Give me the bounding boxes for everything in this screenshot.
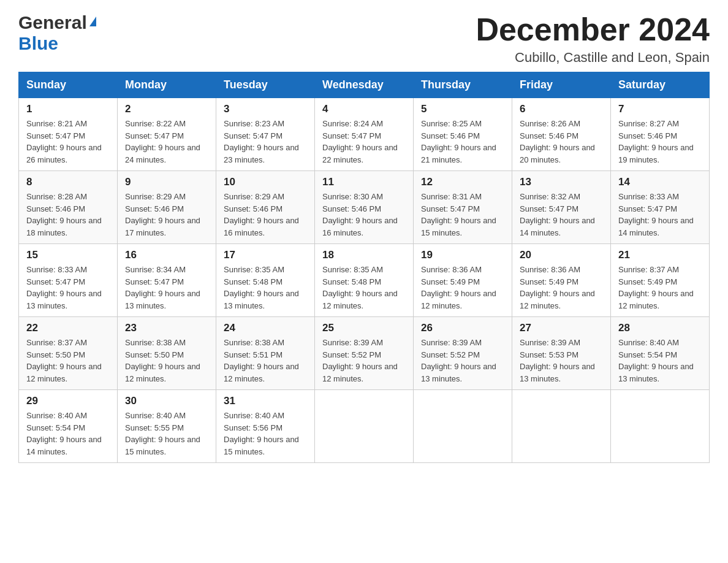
calendar-cell — [315, 390, 414, 463]
day-info: Sunrise: 8:37 AMSunset: 5:49 PMDaylight:… — [618, 264, 702, 312]
day-info: Sunrise: 8:40 AMSunset: 5:54 PMDaylight:… — [618, 337, 702, 385]
day-info: Sunrise: 8:27 AMSunset: 5:46 PMDaylight:… — [618, 118, 702, 166]
day-info: Sunrise: 8:40 AMSunset: 5:55 PMDaylight:… — [125, 410, 208, 458]
day-number: 20 — [520, 249, 603, 261]
calendar-cell: 30Sunrise: 8:40 AMSunset: 5:55 PMDayligh… — [118, 390, 216, 463]
day-number: 22 — [26, 322, 110, 334]
day-info: Sunrise: 8:35 AMSunset: 5:48 PMDaylight:… — [224, 264, 307, 312]
calendar-cell: 24Sunrise: 8:38 AMSunset: 5:51 PMDayligh… — [216, 317, 315, 390]
day-info: Sunrise: 8:30 AMSunset: 5:46 PMDaylight:… — [322, 191, 406, 239]
calendar-header-saturday: Saturday — [611, 72, 710, 98]
day-number: 18 — [322, 249, 406, 261]
calendar-cell: 16Sunrise: 8:34 AMSunset: 5:47 PMDayligh… — [118, 244, 216, 317]
calendar-header-sunday: Sunday — [19, 72, 118, 98]
day-number: 9 — [125, 176, 208, 188]
title-block: December 2024 Cubillo, Castille and Leon… — [476, 12, 710, 66]
day-number: 5 — [421, 103, 504, 115]
day-info: Sunrise: 8:24 AMSunset: 5:47 PMDaylight:… — [322, 118, 406, 166]
calendar-header-tuesday: Tuesday — [216, 72, 315, 98]
day-number: 28 — [618, 322, 702, 334]
logo-general-text: General — [18, 12, 87, 33]
calendar-cell — [414, 390, 512, 463]
calendar-cell: 28Sunrise: 8:40 AMSunset: 5:54 PMDayligh… — [611, 317, 710, 390]
day-number: 27 — [520, 322, 603, 334]
header: General Blue December 2024 Cubillo, Cast… — [18, 12, 710, 66]
day-info: Sunrise: 8:39 AMSunset: 5:52 PMDaylight:… — [421, 337, 504, 385]
day-info: Sunrise: 8:35 AMSunset: 5:48 PMDaylight:… — [322, 264, 406, 312]
calendar-cell: 25Sunrise: 8:39 AMSunset: 5:52 PMDayligh… — [315, 317, 414, 390]
logo-blue-text: Blue — [18, 33, 58, 53]
day-number: 23 — [125, 322, 208, 334]
calendar-cell: 31Sunrise: 8:40 AMSunset: 5:56 PMDayligh… — [216, 390, 315, 463]
calendar-cell: 3Sunrise: 8:23 AMSunset: 5:47 PMDaylight… — [216, 98, 315, 171]
day-number: 14 — [618, 176, 702, 188]
day-info: Sunrise: 8:40 AMSunset: 5:56 PMDaylight:… — [224, 410, 307, 458]
calendar-cell: 19Sunrise: 8:36 AMSunset: 5:49 PMDayligh… — [414, 244, 512, 317]
day-number: 3 — [224, 103, 307, 115]
day-number: 15 — [26, 249, 110, 261]
calendar-cell — [512, 390, 611, 463]
calendar-cell: 11Sunrise: 8:30 AMSunset: 5:46 PMDayligh… — [315, 171, 414, 244]
day-info: Sunrise: 8:29 AMSunset: 5:46 PMDaylight:… — [125, 191, 208, 239]
calendar-cell — [611, 390, 710, 463]
day-info: Sunrise: 8:36 AMSunset: 5:49 PMDaylight:… — [421, 264, 504, 312]
calendar-cell: 9Sunrise: 8:29 AMSunset: 5:46 PMDaylight… — [118, 171, 216, 244]
day-info: Sunrise: 8:21 AMSunset: 5:47 PMDaylight:… — [26, 118, 110, 166]
day-info: Sunrise: 8:26 AMSunset: 5:46 PMDaylight:… — [520, 118, 603, 166]
day-number: 4 — [322, 103, 406, 115]
calendar-header-wednesday: Wednesday — [315, 72, 414, 98]
day-number: 21 — [618, 249, 702, 261]
day-info: Sunrise: 8:23 AMSunset: 5:47 PMDaylight:… — [224, 118, 307, 166]
calendar-cell: 23Sunrise: 8:38 AMSunset: 5:50 PMDayligh… — [118, 317, 216, 390]
day-info: Sunrise: 8:25 AMSunset: 5:46 PMDaylight:… — [421, 118, 504, 166]
day-number: 24 — [224, 322, 307, 334]
calendar-cell: 17Sunrise: 8:35 AMSunset: 5:48 PMDayligh… — [216, 244, 315, 317]
calendar-cell: 5Sunrise: 8:25 AMSunset: 5:46 PMDaylight… — [414, 98, 512, 171]
calendar-week-row: 8Sunrise: 8:28 AMSunset: 5:46 PMDaylight… — [19, 171, 710, 244]
day-number: 10 — [224, 176, 307, 188]
calendar-week-row: 15Sunrise: 8:33 AMSunset: 5:47 PMDayligh… — [19, 244, 710, 317]
day-number: 7 — [618, 103, 702, 115]
logo: General Blue — [18, 12, 96, 54]
calendar-cell: 21Sunrise: 8:37 AMSunset: 5:49 PMDayligh… — [611, 244, 710, 317]
calendar-cell: 10Sunrise: 8:29 AMSunset: 5:46 PMDayligh… — [216, 171, 315, 244]
day-info: Sunrise: 8:38 AMSunset: 5:51 PMDaylight:… — [224, 337, 307, 385]
calendar-cell: 26Sunrise: 8:39 AMSunset: 5:52 PMDayligh… — [414, 317, 512, 390]
day-info: Sunrise: 8:32 AMSunset: 5:47 PMDaylight:… — [520, 191, 603, 239]
day-number: 11 — [322, 176, 406, 188]
day-number: 19 — [421, 249, 504, 261]
calendar-cell: 1Sunrise: 8:21 AMSunset: 5:47 PMDaylight… — [19, 98, 118, 171]
calendar-cell: 29Sunrise: 8:40 AMSunset: 5:54 PMDayligh… — [19, 390, 118, 463]
calendar-cell: 12Sunrise: 8:31 AMSunset: 5:47 PMDayligh… — [414, 171, 512, 244]
day-info: Sunrise: 8:39 AMSunset: 5:53 PMDaylight:… — [520, 337, 603, 385]
day-info: Sunrise: 8:39 AMSunset: 5:52 PMDaylight:… — [322, 337, 406, 385]
day-info: Sunrise: 8:37 AMSunset: 5:50 PMDaylight:… — [26, 337, 110, 385]
day-number: 6 — [520, 103, 603, 115]
day-info: Sunrise: 8:22 AMSunset: 5:47 PMDaylight:… — [125, 118, 208, 166]
day-number: 2 — [125, 103, 208, 115]
day-info: Sunrise: 8:28 AMSunset: 5:46 PMDaylight:… — [26, 191, 110, 239]
day-number: 1 — [26, 103, 110, 115]
day-info: Sunrise: 8:33 AMSunset: 5:47 PMDaylight:… — [618, 191, 702, 239]
calendar-cell: 27Sunrise: 8:39 AMSunset: 5:53 PMDayligh… — [512, 317, 611, 390]
calendar-week-row: 22Sunrise: 8:37 AMSunset: 5:50 PMDayligh… — [19, 317, 710, 390]
calendar-cell: 6Sunrise: 8:26 AMSunset: 5:46 PMDaylight… — [512, 98, 611, 171]
calendar-cell: 4Sunrise: 8:24 AMSunset: 5:47 PMDaylight… — [315, 98, 414, 171]
day-number: 26 — [421, 322, 504, 334]
day-number: 29 — [26, 395, 110, 407]
day-number: 17 — [224, 249, 307, 261]
calendar-header-row: SundayMondayTuesdayWednesdayThursdayFrid… — [19, 72, 710, 98]
day-info: Sunrise: 8:34 AMSunset: 5:47 PMDaylight:… — [125, 264, 208, 312]
day-number: 31 — [224, 395, 307, 407]
day-number: 30 — [125, 395, 208, 407]
calendar-cell: 18Sunrise: 8:35 AMSunset: 5:48 PMDayligh… — [315, 244, 414, 317]
calendar-cell: 15Sunrise: 8:33 AMSunset: 5:47 PMDayligh… — [19, 244, 118, 317]
day-number: 12 — [421, 176, 504, 188]
day-info: Sunrise: 8:36 AMSunset: 5:49 PMDaylight:… — [520, 264, 603, 312]
calendar-header-friday: Friday — [512, 72, 611, 98]
day-number: 16 — [125, 249, 208, 261]
calendar-week-row: 1Sunrise: 8:21 AMSunset: 5:47 PMDaylight… — [19, 98, 710, 171]
day-number: 25 — [322, 322, 406, 334]
month-title: December 2024 — [476, 12, 710, 47]
day-number: 8 — [26, 176, 110, 188]
